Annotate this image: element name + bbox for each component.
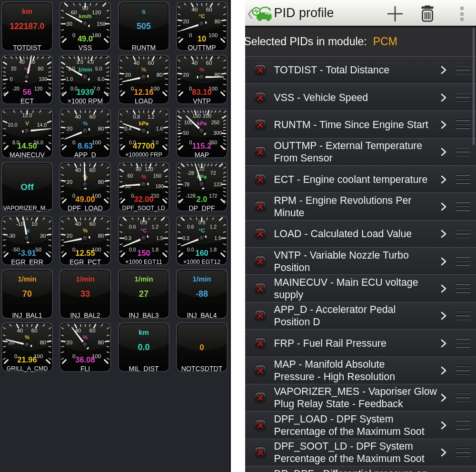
- svg-text:40: 40: [17, 328, 23, 334]
- svg-text:MAINECUV: MAINECUV: [10, 151, 45, 158]
- svg-text:12.55: 12.55: [76, 248, 95, 257]
- svg-text:km/h: km/h: [79, 13, 92, 19]
- svg-text:1.8: 1.8: [151, 246, 159, 252]
- svg-text:0.3: 0.3: [124, 235, 131, 241]
- svg-text:60: 60: [206, 7, 212, 12]
- svg-text:21.96: 21.96: [17, 355, 37, 364]
- svg-text:-20: -20: [12, 86, 20, 91]
- svg-text:40: 40: [75, 167, 81, 173]
- svg-text:70: 70: [22, 289, 32, 299]
- svg-text:120: 120: [92, 10, 101, 15]
- svg-text:TOTDIST: TOTDIST: [13, 44, 41, 51]
- svg-text:80: 80: [38, 66, 44, 72]
- svg-text:0.0: 0.0: [138, 342, 149, 352]
- svg-text:°C: °C: [198, 227, 205, 233]
- svg-text:0: 0: [189, 139, 192, 145]
- svg-text:1.2: 1.2: [209, 224, 217, 230]
- svg-text:200: 200: [203, 113, 211, 119]
- svg-text:%: %: [83, 334, 88, 340]
- svg-text:0.0: 0.0: [187, 246, 194, 252]
- svg-text:1.6: 1.6: [156, 126, 163, 131]
- svg-text:APP_D: APP_D: [74, 151, 96, 158]
- svg-text:60: 60: [206, 60, 212, 66]
- svg-text:0.6: 0.6: [129, 224, 136, 230]
- svg-text:1.5: 1.5: [156, 235, 163, 241]
- svg-text:-3.91: -3.91: [18, 248, 36, 257]
- svg-text:27: 27: [139, 289, 149, 299]
- svg-text:40: 40: [191, 60, 198, 66]
- svg-text:100: 100: [39, 76, 48, 82]
- svg-text:100: 100: [92, 139, 101, 145]
- svg-text:80: 80: [98, 179, 104, 185]
- svg-text:12.0: 12.0: [22, 112, 32, 118]
- svg-text:20: 20: [67, 179, 73, 185]
- svg-text:40: 40: [19, 60, 25, 65]
- svg-text:120: 120: [145, 167, 153, 172]
- svg-text:°C: °C: [198, 13, 205, 19]
- svg-text:INJ_BAL1: INJ_BAL1: [12, 311, 42, 319]
- svg-text:-88: -88: [196, 289, 208, 299]
- svg-text:60: 60: [31, 328, 38, 334]
- svg-text:-78: -78: [182, 181, 189, 187]
- svg-text:s: s: [141, 7, 145, 15]
- svg-text:1/min: 1/min: [18, 275, 36, 283]
- svg-text:0.6: 0.6: [187, 224, 194, 230]
- svg-text:kPa: kPa: [139, 120, 149, 126]
- svg-text:150: 150: [192, 113, 201, 119]
- svg-text:ECT: ECT: [20, 97, 34, 105]
- svg-text:30: 30: [40, 232, 46, 238]
- svg-text:3.0: 3.0: [77, 60, 84, 65]
- svg-text:150: 150: [97, 21, 106, 27]
- svg-text:115.2: 115.2: [192, 141, 211, 150]
- svg-text:MIL_DIST: MIL_DIST: [129, 365, 159, 372]
- svg-text:INJ_BAL3: INJ_BAL3: [129, 311, 159, 319]
- svg-text:20: 20: [183, 72, 189, 78]
- svg-text:300: 300: [213, 130, 222, 136]
- svg-text:60: 60: [89, 114, 96, 120]
- svg-text:14.0: 14.0: [37, 122, 47, 128]
- svg-text:DP_DPF: DP_DPF: [188, 204, 215, 212]
- svg-text:20: 20: [67, 126, 73, 131]
- svg-text:INJ_BAL2: INJ_BAL2: [70, 311, 100, 319]
- svg-text:LOAD: LOAD: [135, 97, 153, 105]
- svg-text:%: %: [141, 67, 146, 72]
- svg-text:0.8: 0.8: [133, 114, 140, 120]
- svg-text:Off: Off: [20, 182, 34, 192]
- svg-text:×1000 RPM: ×1000 RPM: [68, 97, 103, 105]
- svg-text:NOTCSDTDT: NOTCSDTDT: [181, 365, 223, 372]
- svg-text:180: 180: [155, 183, 164, 189]
- svg-text:40: 40: [75, 221, 81, 227]
- svg-text:172: 172: [209, 193, 218, 199]
- svg-text:90: 90: [136, 167, 141, 172]
- svg-text:20: 20: [67, 232, 73, 238]
- svg-text:60: 60: [89, 328, 96, 334]
- svg-text:47700: 47700: [133, 141, 155, 150]
- svg-text:FLI: FLI: [80, 365, 90, 372]
- svg-text:0.9: 0.9: [140, 219, 147, 225]
- svg-text:36.08: 36.08: [76, 355, 95, 364]
- svg-text:EGR_PCT: EGR_PCT: [69, 258, 101, 265]
- svg-text:1.2: 1.2: [151, 224, 159, 230]
- svg-text:20: 20: [125, 72, 131, 78]
- svg-text:V: V: [25, 120, 29, 126]
- svg-text:0: 0: [10, 76, 13, 82]
- svg-text:×1000 EGT12: ×1000 EGT12: [183, 258, 220, 265]
- svg-text:DPF_LOAD: DPF_LOAD: [68, 204, 103, 212]
- svg-text:kPa: kPa: [197, 120, 207, 126]
- svg-text:EGR_ERR: EGR_ERR: [11, 258, 43, 265]
- svg-text:1.5: 1.5: [214, 235, 221, 241]
- svg-text:122: 122: [214, 181, 222, 187]
- svg-text:80: 80: [98, 232, 104, 238]
- svg-text:km: km: [139, 328, 149, 336]
- svg-text:-30: -30: [8, 232, 16, 238]
- svg-text:%: %: [83, 227, 88, 233]
- svg-text:505: 505: [137, 21, 151, 31]
- svg-text:2.0: 2.0: [196, 195, 207, 203]
- svg-text:83.10: 83.10: [192, 88, 211, 96]
- svg-text:22: 22: [199, 166, 205, 171]
- svg-text:120: 120: [34, 86, 43, 91]
- svg-text:60: 60: [89, 221, 96, 227]
- svg-text:250: 250: [211, 120, 220, 125]
- svg-text:60: 60: [148, 60, 154, 66]
- svg-text:7.0: 7.0: [93, 86, 100, 91]
